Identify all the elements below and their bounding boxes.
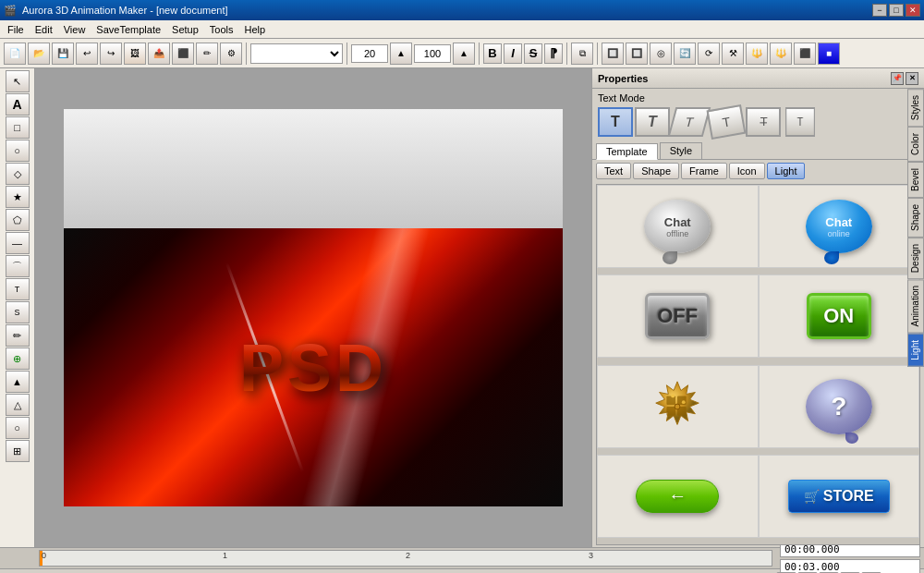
tool8[interactable]: ⚒ [722,43,744,65]
menu-view[interactable]: View [58,20,91,38]
font-size-input[interactable]: 20 [351,44,388,63]
redo-button[interactable]: ↪ [100,43,122,65]
tool2-button[interactable]: ⚙ [220,43,242,65]
open-button[interactable]: 📂 [28,43,50,65]
new-button[interactable]: 📄 [4,43,26,65]
svg-rect-3 [667,407,676,416]
text-mode-icon-5[interactable]: T [785,107,816,137]
save-button[interactable]: 💾 [52,43,74,65]
separator-2 [346,43,347,65]
circle-tool[interactable]: ○ [6,140,30,162]
undo-button[interactable]: ↩ [76,43,98,65]
sub-tab-frame[interactable]: Frame [681,163,727,179]
maximize-button[interactable]: □ [889,4,904,17]
right-tab-animation[interactable]: Animation [907,279,924,333]
icon-off-button[interactable]: OFF [597,274,759,358]
menu-bar: File Edit View SaveTemplate Setup Tools … [0,20,924,39]
back-arrow-icon: ← [668,485,687,506]
icon-store[interactable]: 🛒 STORE [759,455,920,538]
tool11[interactable]: ⬛ [794,43,816,65]
right-tab-bevel[interactable]: Bevel [907,162,924,198]
canvas[interactable]: PSD [64,109,563,506]
timeline-track[interactable]: 0 1 2 3 [39,550,772,567]
pencil-button[interactable]: ✏ [196,43,218,65]
bold-button[interactable]: B [483,43,502,64]
minimize-button[interactable]: − [872,4,887,17]
menu-tools[interactable]: Tools [204,20,239,38]
tool7[interactable]: ⟳ [698,43,720,65]
select-tool[interactable]: ↖ [6,70,30,92]
chat-offline-text: Chat [664,215,691,229]
text-mode-icon-0[interactable]: T [598,107,633,137]
icon-back-arrow[interactable]: ← [597,455,759,538]
tool9[interactable]: 🔱 [746,43,768,65]
rect-tool[interactable]: □ [6,116,30,139]
grid-tool[interactable]: ⊞ [6,440,30,462]
skew-tool[interactable]: S [6,301,30,323]
right-tab-color[interactable]: Color [907,127,924,162]
menu-help[interactable]: Help [239,20,272,38]
type-tool[interactable]: T [6,278,30,300]
tool3[interactable]: 🔲 [602,43,624,65]
pen-tool[interactable]: ✏ [6,324,30,347]
export-button[interactable]: 📤 [148,43,170,65]
icon-on-button[interactable]: ON [759,274,920,358]
font-opacity-input[interactable]: 100 [414,44,451,63]
text-mode-label: Text Mode [598,92,918,104]
right-tab-light[interactable]: Light [907,334,924,367]
special-button[interactable]: ⁋ [544,43,563,64]
icon-grid: Chat offline Chat online [596,184,920,545]
poly-tool[interactable]: ⬠ [6,209,30,231]
tool6[interactable]: 🔄 [674,43,696,65]
ellipse-tool[interactable]: ○ [6,417,30,439]
puzzle-svg [649,378,706,435]
menu-edit[interactable]: Edit [30,20,58,38]
add-tool[interactable]: ⊕ [6,347,30,370]
icon-puzzle[interactable] [597,365,759,448]
sub-tab-shape[interactable]: Shape [633,163,679,179]
font-size-up[interactable]: ▲ [390,43,412,65]
window-title: Aurora 3D Animation Maker - [new documen… [22,5,872,16]
text-mode-icon-4[interactable]: T̶ [746,107,781,137]
menu-savetemplate[interactable]: SaveTemplate [91,20,166,38]
strike-button[interactable]: S [524,43,542,64]
stop-button[interactable]: ⬛ [172,43,194,65]
sub-tab-light[interactable]: Light [767,163,806,179]
text-tool[interactable]: A [6,93,30,116]
right-tab-design[interactable]: Design [907,238,924,279]
arc-tool[interactable]: ⌒ [6,255,30,277]
triangle-tool[interactable]: ▲ [6,371,30,393]
chat-gray-shape: Chat offline [644,200,711,253]
line-tool[interactable]: — [6,232,30,254]
tool10[interactable]: 🔱 [770,43,792,65]
menu-setup[interactable]: Setup [166,20,204,38]
star-tool[interactable]: ★ [6,186,30,208]
text-mode-icon-1[interactable]: T [635,107,670,137]
font-opacity-up[interactable]: ▲ [453,43,475,65]
icon-chat-online[interactable]: Chat online [759,185,920,268]
chat-offline-bubble: Chat offline [640,194,714,259]
diamond-tool[interactable]: ◇ [6,163,30,185]
tool12[interactable]: ■ [818,43,840,65]
close-button[interactable]: ✕ [906,4,920,17]
text-mode-icon-2[interactable]: T [668,107,711,137]
sub-tab-icon[interactable]: Icon [729,163,765,179]
icon-question[interactable]: ? [759,365,920,448]
icon-chat-offline[interactable]: Chat offline [597,185,759,268]
tab-style[interactable]: Style [660,142,702,159]
properties-pin-button[interactable]: 📌 [891,72,904,85]
render-button[interactable]: 🖼 [124,43,146,65]
layers-button[interactable]: ⧉ [571,43,593,65]
menu-file[interactable]: File [2,20,30,38]
properties-close-button[interactable]: ✕ [906,72,918,85]
triangle2-tool[interactable]: △ [6,394,30,416]
tool4[interactable]: 🔲 [626,43,648,65]
font-select[interactable] [250,43,343,64]
right-tab-styles[interactable]: Styles [907,89,924,127]
text-mode-icon-3[interactable]: T [707,104,747,140]
tool5[interactable]: ◎ [650,43,672,65]
right-tab-shape[interactable]: Shape [907,198,924,238]
italic-button[interactable]: I [504,43,522,64]
tab-template[interactable]: Template [596,143,658,160]
sub-tab-text[interactable]: Text [596,163,631,179]
